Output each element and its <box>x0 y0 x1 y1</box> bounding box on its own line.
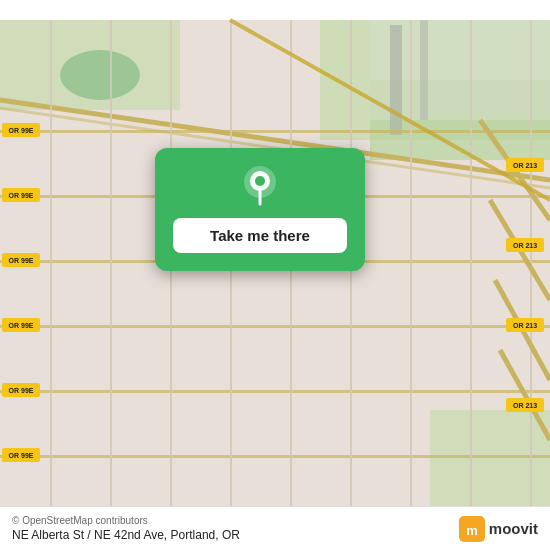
svg-text:OR 213: OR 213 <box>513 162 537 169</box>
svg-rect-18 <box>110 20 112 530</box>
svg-rect-23 <box>410 20 412 530</box>
svg-text:OR 99E: OR 99E <box>9 127 34 134</box>
svg-point-53 <box>255 176 265 186</box>
svg-text:OR 99E: OR 99E <box>9 452 34 459</box>
moovit-logo-text: moovit <box>489 520 538 537</box>
svg-rect-19 <box>170 20 172 530</box>
svg-text:OR 213: OR 213 <box>513 322 537 329</box>
svg-rect-17 <box>50 20 52 530</box>
svg-rect-24 <box>470 20 472 530</box>
svg-rect-11 <box>0 130 550 133</box>
moovit-logo: m moovit <box>459 516 538 542</box>
svg-rect-22 <box>350 20 352 530</box>
moovit-icon: m <box>459 516 485 542</box>
svg-rect-14 <box>0 325 550 328</box>
svg-text:m: m <box>466 523 478 538</box>
svg-text:OR 213: OR 213 <box>513 242 537 249</box>
svg-rect-25 <box>530 20 532 530</box>
svg-rect-20 <box>230 20 232 530</box>
svg-text:OR 99E: OR 99E <box>9 192 34 199</box>
popup-card: Take me there <box>155 148 365 271</box>
location-pin-icon <box>238 164 282 208</box>
attribution-text: © OpenStreetMap contributors <box>12 515 240 526</box>
svg-text:OR 99E: OR 99E <box>9 322 34 329</box>
svg-point-5 <box>60 50 140 100</box>
svg-rect-15 <box>0 390 550 393</box>
map-svg: OR 99E OR 99E OR 99E OR 99E OR 99E OR 99… <box>0 0 550 550</box>
svg-rect-16 <box>0 455 550 458</box>
svg-rect-21 <box>290 20 292 530</box>
svg-rect-8 <box>420 20 428 120</box>
svg-text:OR 213: OR 213 <box>513 402 537 409</box>
svg-rect-7 <box>390 25 402 135</box>
svg-text:OR 99E: OR 99E <box>9 257 34 264</box>
take-me-there-button[interactable]: Take me there <box>173 218 347 253</box>
location-text: NE Alberta St / NE 42nd Ave, Portland, O… <box>12 528 240 542</box>
map-container: OR 99E OR 99E OR 99E OR 99E OR 99E OR 99… <box>0 0 550 550</box>
bottom-bar: © OpenStreetMap contributors NE Alberta … <box>0 506 550 550</box>
svg-text:OR 99E: OR 99E <box>9 387 34 394</box>
